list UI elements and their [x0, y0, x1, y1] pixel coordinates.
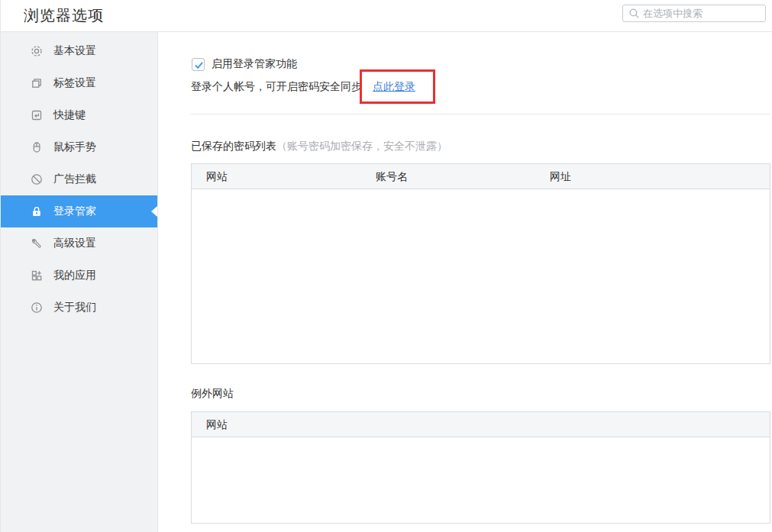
exceptions-title: 例外网站	[191, 387, 234, 401]
hotkey-icon	[30, 108, 44, 122]
mouse-icon	[30, 140, 44, 154]
search-icon	[628, 8, 640, 19]
wrench-icon	[30, 237, 44, 250]
sidebar-item-about[interactable]: 关于我们	[1, 292, 157, 324]
sidebar-item-adblock[interactable]: 广告拦截	[1, 163, 157, 195]
sidebar-item-label: 鼠标手势	[53, 140, 96, 154]
search-input[interactable]	[643, 5, 764, 21]
sidebar-item-mouse-gestures[interactable]: 鼠标手势	[1, 131, 157, 163]
sidebar-item-label: 我的应用	[53, 269, 96, 282]
sidebar-item-label: 关于我们	[53, 301, 96, 314]
sidebar-item-login-manager[interactable]: 登录管家	[1, 195, 157, 227]
apps-icon	[30, 269, 44, 282]
sidebar-item-label: 快捷键	[53, 108, 86, 122]
sidebar-item-hotkeys[interactable]: 快捷键	[1, 99, 157, 131]
column-header-website: 网站	[206, 412, 228, 437]
sidebar-item-my-apps[interactable]: 我的应用	[1, 260, 157, 292]
login-here-link[interactable]: 点此登录	[373, 80, 415, 92]
exceptions-table: 网站	[191, 411, 770, 524]
gear-icon	[30, 44, 44, 58]
saved-passwords-table-body	[192, 189, 770, 363]
exceptions-title-text: 例外网站	[191, 387, 234, 399]
options-search	[622, 5, 766, 22]
section-divider	[191, 114, 770, 114]
enable-login-manager-label: 启用登录管家功能	[212, 57, 297, 71]
column-header-website: 网站	[206, 164, 228, 189]
sidebar-item-basic-settings[interactable]: 基本设置	[1, 35, 157, 67]
page-title: 浏览器选项	[24, 0, 104, 31]
adblock-icon	[30, 172, 44, 186]
sidebar-item-label: 登录管家	[53, 205, 96, 218]
sidebar-item-label: 基本设置	[53, 44, 96, 58]
sidebar-item-tab-settings[interactable]: 标签设置	[1, 67, 157, 99]
login-hint-row: 登录个人帐号，可开启密码安全同步点此登录	[191, 80, 415, 94]
login-hint-text: 登录个人帐号，可开启密码安全同步	[191, 80, 362, 92]
enable-login-manager-row: 启用登录管家功能	[192, 57, 297, 71]
header: 浏览器选项	[1, 0, 772, 32]
info-icon	[30, 301, 44, 314]
exceptions-table-header: 网站	[192, 412, 770, 437]
sidebar-item-label: 标签设置	[53, 76, 96, 90]
column-header-account: 账号名	[376, 164, 408, 189]
saved-passwords-title: 已保存的密码列表（账号密码加密保存，安全不泄露）	[191, 140, 447, 153]
saved-passwords-table-header: 网站 账号名 网址	[192, 164, 770, 189]
column-header-url: 网址	[550, 164, 571, 189]
saved-passwords-table: 网站 账号名 网址	[191, 163, 770, 364]
tabs-icon	[30, 76, 44, 90]
sidebar-item-advanced-settings[interactable]: 高级设置	[1, 227, 157, 260]
enable-login-manager-checkbox[interactable]	[192, 58, 205, 71]
content-panel: 启用登录管家功能 登录个人帐号，可开启密码安全同步点此登录 已保存的密码列表（账…	[159, 32, 772, 532]
saved-passwords-subtitle: （账号密码加密保存，安全不泄露）	[276, 140, 447, 152]
sidebar: 基本设置 标签设置 快捷键 鼠标手势 广告拦截	[1, 32, 158, 532]
sidebar-item-label: 广告拦截	[53, 172, 96, 186]
saved-passwords-title-text: 已保存的密码列表	[191, 140, 276, 152]
lock-icon	[30, 205, 44, 218]
exceptions-table-body	[192, 437, 770, 523]
sidebar-item-label: 高级设置	[53, 237, 96, 250]
